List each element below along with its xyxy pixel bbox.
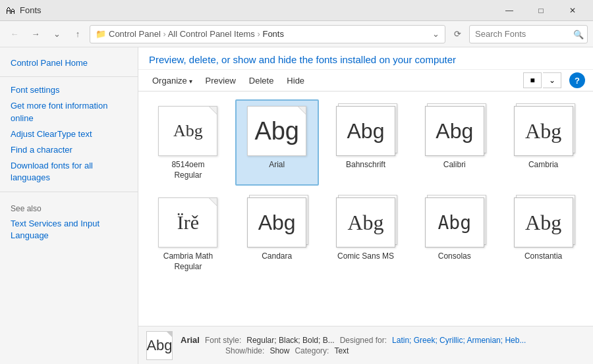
- titlebar: 🗛 Fonts — □ ✕: [0, 0, 593, 21]
- font-item-8514oem[interactable]: Abg 8514oemRegular: [146, 99, 230, 186]
- font-icon-constantia: Abg: [511, 196, 577, 249]
- font-preview-comic-sans: Abg: [347, 211, 383, 235]
- help-button[interactable]: ?: [569, 72, 585, 88]
- close-button[interactable]: ✕: [557, 0, 588, 21]
- back-button[interactable]: ←: [5, 25, 24, 43]
- titlebar-icon: 🗛: [5, 5, 16, 16]
- font-preview-calibri: Abg: [436, 119, 473, 143]
- font-preview-bahnschrift: Abg: [347, 119, 385, 143]
- font-grid: Abg 8514oemRegular Abg Arial: [146, 99, 585, 277]
- font-preview-cambria-math: Ïrě: [177, 211, 199, 234]
- sidebar-item-get-more-font-info[interactable]: Get more font information online: [0, 98, 138, 126]
- font-item-bahnschrift[interactable]: Abg Bahnschrift: [324, 99, 408, 186]
- font-item-cambria-math[interactable]: Ïrě Cambria MathRegular: [146, 191, 230, 277]
- font-icon-cambria: Abg: [511, 105, 577, 157]
- status-showhide-label: Show/hide:: [225, 346, 264, 355]
- view-button[interactable]: ■: [523, 72, 542, 88]
- font-preview-cambria: Abg: [525, 119, 561, 143]
- status-preview-text: Abg: [146, 337, 172, 354]
- font-icon-calibri: Abg: [422, 105, 488, 157]
- font-icon-comic-sans: Abg: [333, 196, 399, 249]
- status-row-2: Show/hide: Show Category: Text: [181, 346, 526, 355]
- addressbar: ← → ⌄ ↑ 📁 Control Panel › All Control Pa…: [0, 21, 593, 47]
- view-controls: ■ ⌄: [523, 72, 561, 88]
- font-icon-cambria-math: Ïrě: [155, 196, 221, 249]
- status-font-name: Arial: [181, 335, 200, 345]
- font-item-candara[interactable]: Abg Candara: [235, 191, 319, 277]
- sidebar-item-adjust-cleartype[interactable]: Adjust ClearType text: [0, 126, 138, 142]
- delete-button[interactable]: Delete: [243, 73, 280, 88]
- font-icon-8514oem: Abg: [155, 105, 221, 157]
- font-item-calibri[interactable]: Abg Calibri: [412, 99, 496, 186]
- status-category-label: Category:: [295, 346, 329, 355]
- see-also-title: See also: [0, 197, 138, 216]
- font-name-calibri: Calibri: [443, 160, 466, 170]
- forward-button[interactable]: →: [26, 25, 45, 43]
- toolbar: Organize Preview Delete Hide ■ ⌄ ?: [138, 70, 593, 91]
- preview-button[interactable]: Preview: [200, 73, 242, 88]
- font-preview-candara: Abg: [258, 211, 296, 235]
- font-icon-arial: Abg: [244, 105, 310, 157]
- font-preview-8514oem: Abg: [173, 121, 203, 141]
- content-header: Preview, delete, or show and hide the fo…: [138, 47, 593, 70]
- recent-locations-button[interactable]: ⌄: [47, 25, 66, 43]
- font-item-comic-sans[interactable]: Abg Comic Sans MS: [324, 191, 408, 277]
- font-item-constantia[interactable]: Abg Constantia: [501, 191, 585, 277]
- organize-button[interactable]: Organize: [146, 73, 198, 88]
- hide-button[interactable]: Hide: [281, 73, 310, 88]
- main-layout: Control Panel Home Font settings Get mor…: [0, 47, 593, 364]
- status-showhide-value: Show: [269, 346, 289, 355]
- sidebar-item-find-character[interactable]: Find a character: [0, 142, 138, 158]
- titlebar-title: Fonts: [20, 5, 494, 15]
- refresh-button[interactable]: ⟳: [448, 25, 466, 43]
- font-preview-arial: Abg: [254, 117, 299, 145]
- font-name-candara: Candara: [262, 251, 292, 262]
- status-font-style-label: Font style:: [205, 336, 241, 345]
- font-name-bahnschrift: Bahnschrift: [346, 160, 385, 170]
- search-input[interactable]: [469, 25, 588, 43]
- status-designed-for-label: Designed for:: [340, 336, 387, 345]
- sidebar-item-font-settings[interactable]: Font settings: [0, 82, 138, 98]
- content-area: Preview, delete, or show and hide the fo…: [138, 47, 593, 364]
- status-info: Arial Font style: Regular; Black; Bold; …: [181, 335, 526, 355]
- status-category-value: Text: [334, 346, 349, 355]
- font-item-arial[interactable]: Abg Arial: [235, 99, 319, 186]
- sidebar-item-control-panel-home[interactable]: Control Panel Home: [0, 55, 138, 71]
- search-wrapper: 🔍: [469, 25, 588, 43]
- font-name-8514oem: 8514oemRegular: [171, 160, 204, 180]
- status-designed-for-value: Latin; Greek; Cyrillic; Armenian; Heb...: [392, 336, 526, 345]
- breadcrumb-text: Control Panel › All Control Panel Items …: [109, 29, 284, 39]
- maximize-button[interactable]: □: [526, 0, 556, 21]
- font-icon-bahnschrift: Abg: [333, 105, 399, 157]
- breadcrumb[interactable]: 📁 Control Panel › All Control Panel Item…: [90, 25, 445, 43]
- sidebar-item-download-fonts[interactable]: Download fonts for all languages: [0, 158, 138, 186]
- font-name-arial: Arial: [269, 160, 285, 170]
- sidebar: Control Panel Home Font settings Get mor…: [0, 47, 138, 364]
- breadcrumb-folder-icon: 📁: [96, 29, 106, 39]
- font-preview-constantia: Abg: [525, 211, 561, 235]
- minimize-button[interactable]: —: [494, 0, 524, 21]
- font-name-comic-sans: Comic Sans MS: [337, 251, 394, 262]
- font-icon-consolas: Abg: [422, 196, 488, 249]
- font-name-cambria: Cambria: [528, 160, 558, 170]
- font-item-consolas[interactable]: Abg Consolas: [412, 191, 496, 277]
- font-grid-container: Abg 8514oemRegular Abg Arial: [138, 91, 593, 326]
- font-icon-candara: Abg: [244, 196, 310, 249]
- status-row-1: Arial Font style: Regular; Black; Bold; …: [181, 335, 526, 345]
- font-preview-consolas: Abg: [438, 212, 471, 234]
- status-bar: Abg Arial Font style: Regular; Black; Bo…: [138, 326, 593, 364]
- status-font-style-value: Regular; Black; Bold; B...: [246, 336, 334, 345]
- font-name-constantia: Constantia: [524, 251, 562, 262]
- up-button[interactable]: ↑: [69, 25, 87, 43]
- sidebar-item-text-services[interactable]: Text Services and Input Language: [0, 216, 138, 244]
- status-font-icon: Abg: [146, 331, 173, 360]
- view-dropdown-button[interactable]: ⌄: [543, 72, 561, 88]
- font-name-cambria-math: Cambria MathRegular: [163, 251, 213, 272]
- titlebar-controls: — □ ✕: [494, 0, 588, 21]
- breadcrumb-dropdown-icon[interactable]: ⌄: [432, 29, 439, 39]
- font-item-cambria[interactable]: Abg Cambria: [501, 99, 585, 186]
- font-name-consolas: Consolas: [438, 251, 471, 262]
